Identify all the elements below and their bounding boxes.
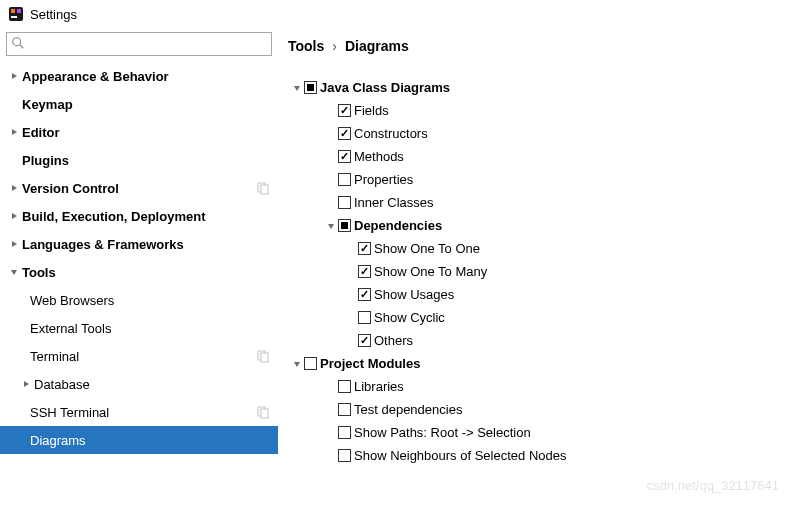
- checkbox[interactable]: [304, 357, 317, 370]
- sidebar-item-label: Plugins: [22, 153, 278, 168]
- settings-row: Methods: [290, 145, 789, 168]
- search-icon: [11, 36, 25, 53]
- breadcrumb: Tools › Diagrams: [284, 38, 789, 54]
- checkbox[interactable]: [338, 426, 351, 439]
- expand-arrow-icon[interactable]: [6, 212, 22, 220]
- expand-arrow-icon[interactable]: [6, 72, 22, 80]
- breadcrumb-part[interactable]: Tools: [288, 38, 324, 54]
- checkbox[interactable]: [358, 242, 371, 255]
- checkbox[interactable]: [358, 311, 371, 324]
- sidebar-item-label: Web Browsers: [30, 293, 278, 308]
- settings-row-label: Constructors: [354, 126, 428, 141]
- settings-row: Test dependencies: [290, 398, 789, 421]
- sidebar-item-label: Keymap: [22, 97, 278, 112]
- settings-row-label: Java Class Diagrams: [320, 80, 450, 95]
- settings-row-label: Show Paths: Root -> Selection: [354, 425, 531, 440]
- svg-rect-1: [11, 9, 15, 13]
- checkbox[interactable]: [338, 196, 351, 209]
- sidebar-item-label: Appearance & Behavior: [22, 69, 278, 84]
- sidebar-item-editor[interactable]: Editor: [0, 118, 278, 146]
- settings-row-label: Dependencies: [354, 218, 442, 233]
- sidebar-item-label: External Tools: [30, 321, 278, 336]
- settings-row: Show Cyclic: [290, 306, 789, 329]
- sidebar-item-terminal[interactable]: Terminal: [0, 342, 278, 370]
- expand-arrow-icon[interactable]: [290, 84, 304, 92]
- copy-icon: [256, 405, 270, 419]
- settings-row: Dependencies: [290, 214, 789, 237]
- settings-row: Libraries: [290, 375, 789, 398]
- settings-row-label: Show One To Many: [374, 264, 487, 279]
- sidebar-item-keymap[interactable]: Keymap: [0, 90, 278, 118]
- main-panel: Tools › Diagrams Java Class DiagramsFiel…: [278, 28, 789, 515]
- sidebar-item-ssh-terminal[interactable]: SSH Terminal: [0, 398, 278, 426]
- search-input[interactable]: [29, 37, 267, 52]
- expand-arrow-icon[interactable]: [18, 380, 34, 388]
- sidebar-item-version-control[interactable]: Version Control: [0, 174, 278, 202]
- settings-row-label: Others: [374, 333, 413, 348]
- settings-row-label: Test dependencies: [354, 402, 462, 417]
- sidebar-item-languages-frameworks[interactable]: Languages & Frameworks: [0, 230, 278, 258]
- checkbox[interactable]: [338, 127, 351, 140]
- settings-row-label: Show Neighbours of Selected Nodes: [354, 448, 566, 463]
- sidebar-item-web-browsers[interactable]: Web Browsers: [0, 286, 278, 314]
- svg-point-4: [13, 37, 21, 45]
- svg-rect-11: [261, 409, 268, 418]
- checkbox[interactable]: [338, 380, 351, 393]
- sidebar-item-database[interactable]: Database: [0, 370, 278, 398]
- settings-row: Show One To One: [290, 237, 789, 260]
- expand-arrow-icon[interactable]: [6, 128, 22, 136]
- settings-row-label: Show One To One: [374, 241, 480, 256]
- expand-arrow-icon[interactable]: [290, 360, 304, 368]
- expand-arrow-icon[interactable]: [6, 240, 22, 248]
- sidebar-item-label: Version Control: [22, 181, 256, 196]
- expand-arrow-icon[interactable]: [6, 268, 22, 276]
- checkbox[interactable]: [304, 81, 317, 94]
- sidebar-item-label: Database: [34, 377, 278, 392]
- svg-rect-3: [11, 16, 17, 18]
- sidebar-item-label: Diagrams: [30, 433, 278, 448]
- settings-tree: Java Class DiagramsFieldsConstructorsMet…: [284, 76, 789, 467]
- breadcrumb-part: Diagrams: [345, 38, 409, 54]
- svg-rect-2: [17, 9, 21, 13]
- settings-row-label: Properties: [354, 172, 413, 187]
- checkbox[interactable]: [338, 403, 351, 416]
- checkbox[interactable]: [338, 104, 351, 117]
- sidebar-item-appearance-behavior[interactable]: Appearance & Behavior: [0, 62, 278, 90]
- sidebar-item-tools[interactable]: Tools: [0, 258, 278, 286]
- settings-row: Others: [290, 329, 789, 352]
- window-title: Settings: [30, 7, 77, 22]
- svg-line-5: [20, 44, 24, 48]
- checkbox[interactable]: [358, 288, 371, 301]
- svg-rect-7: [261, 185, 268, 194]
- checkbox[interactable]: [338, 150, 351, 163]
- checkbox[interactable]: [338, 449, 351, 462]
- sidebar-item-external-tools[interactable]: External Tools: [0, 314, 278, 342]
- settings-row: Show Usages: [290, 283, 789, 306]
- copy-icon: [256, 181, 270, 195]
- sidebar-item-label: Languages & Frameworks: [22, 237, 278, 252]
- sidebar-item-diagrams[interactable]: Diagrams: [0, 426, 278, 454]
- settings-row-label: Fields: [354, 103, 389, 118]
- settings-row: Show Paths: Root -> Selection: [290, 421, 789, 444]
- settings-row-label: Inner Classes: [354, 195, 433, 210]
- checkbox[interactable]: [358, 334, 371, 347]
- settings-row-label: Show Usages: [374, 287, 454, 302]
- title-bar: Settings: [0, 0, 789, 28]
- settings-row-label: Libraries: [354, 379, 404, 394]
- breadcrumb-separator: ›: [332, 38, 337, 54]
- settings-row: Inner Classes: [290, 191, 789, 214]
- sidebar-item-label: Tools: [22, 265, 278, 280]
- sidebar-item-label: Terminal: [30, 349, 256, 364]
- settings-row: Project Modules: [290, 352, 789, 375]
- sidebar-tree: Appearance & BehaviorKeymapEditorPlugins…: [0, 62, 278, 515]
- copy-icon: [256, 349, 270, 363]
- sidebar-item-plugins[interactable]: Plugins: [0, 146, 278, 174]
- expand-arrow-icon[interactable]: [6, 184, 22, 192]
- checkbox[interactable]: [338, 219, 351, 232]
- search-box[interactable]: [6, 32, 272, 56]
- expand-arrow-icon[interactable]: [324, 222, 338, 230]
- settings-row: Java Class Diagrams: [290, 76, 789, 99]
- checkbox[interactable]: [338, 173, 351, 186]
- sidebar-item-build-execution-deployment[interactable]: Build, Execution, Deployment: [0, 202, 278, 230]
- checkbox[interactable]: [358, 265, 371, 278]
